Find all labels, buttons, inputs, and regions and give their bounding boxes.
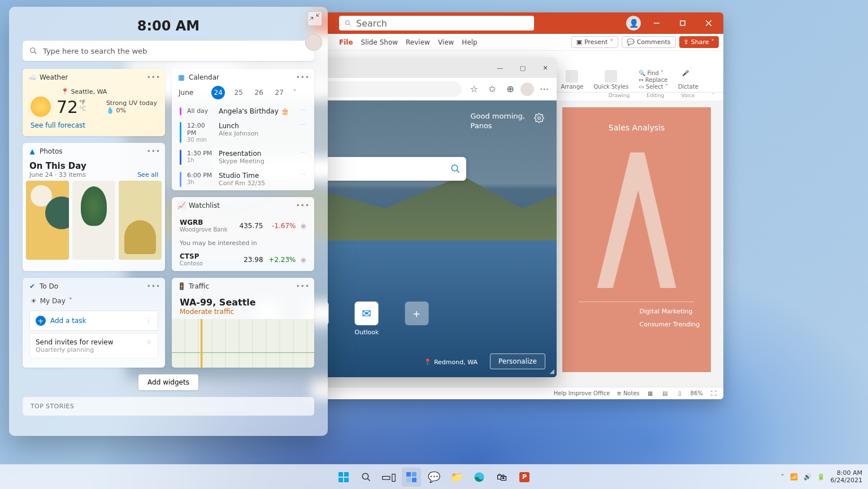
chevron-down-icon[interactable]: ˅ xyxy=(293,89,296,97)
reading-view-icon[interactable]: ▯ xyxy=(676,390,684,398)
event-more-icon[interactable]: ⋮ xyxy=(301,107,306,112)
maximize-button[interactable] xyxy=(672,12,693,34)
slide[interactable]: Sales Analysis Digital Marketing Consume… xyxy=(562,107,711,372)
widget-more-icon[interactable]: ••• xyxy=(296,282,310,290)
photo-thumbnail[interactable] xyxy=(26,181,69,260)
ribbon-tab-review[interactable]: Review xyxy=(406,38,430,46)
widgets-profile-avatar[interactable] xyxy=(305,34,322,51)
event-more-icon[interactable]: ⋮ xyxy=(301,172,306,177)
expand-widgets-icon[interactable] xyxy=(307,11,322,26)
normal-view-icon[interactable]: ▦ xyxy=(646,390,654,398)
widget-more-icon[interactable]: ••• xyxy=(147,147,160,155)
widget-more-icon[interactable]: ••• xyxy=(296,202,310,209)
ribbon-group-label-drawing: Drawing xyxy=(609,93,630,98)
wifi-icon[interactable]: 📶 xyxy=(790,473,798,481)
event-more-icon[interactable]: ⋮ xyxy=(301,150,306,155)
traffic-map[interactable] xyxy=(172,319,314,368)
read-aloud-icon[interactable]: ☆ xyxy=(466,81,482,97)
todo-item[interactable]: ☆ Send invites for review Quarterly plan… xyxy=(29,333,158,359)
edge-close-button[interactable]: ✕ xyxy=(534,58,557,78)
ribbon-tab-file[interactable]: File xyxy=(339,38,353,46)
volume-icon[interactable]: 🔊 xyxy=(804,473,811,481)
calendar-day[interactable]: 27 xyxy=(272,86,286,99)
edge-minimize-button[interactable]: — xyxy=(489,58,511,78)
calendar-date-strip: June 24 25 26 27 ˅ xyxy=(172,86,314,104)
personalize-button[interactable]: Personalize xyxy=(490,353,545,369)
resize-grip-icon[interactable]: ◢ xyxy=(550,368,554,375)
watchlist-widget[interactable]: 📈Watchlist ••• WGRBWoodgrove Bank 435.75… xyxy=(172,197,314,271)
collections-icon[interactable]: ⊕ xyxy=(502,81,518,97)
see-all-link[interactable]: See all xyxy=(137,171,158,178)
zoom-level[interactable]: 86% xyxy=(691,390,703,396)
see-forecast-link[interactable]: See full forecast xyxy=(31,117,157,130)
store-icon[interactable]: 🛍 xyxy=(492,468,511,487)
close-button[interactable] xyxy=(698,12,719,34)
powerpoint-search[interactable]: Search xyxy=(339,16,534,30)
ntp-location[interactable]: 📍 Redmond, WA xyxy=(424,359,478,366)
file-explorer-icon[interactable]: 📁 xyxy=(447,468,466,487)
calendar-event[interactable]: 6:00 PM3hStudio TimeConf Rm 32/35⋮ xyxy=(172,168,314,190)
calendar-day-selected[interactable]: 24 xyxy=(211,86,225,99)
ribbon-tab-slideshow[interactable]: Slide Show xyxy=(361,38,398,46)
widgets-icon[interactable] xyxy=(402,468,421,487)
ribbon-dictate[interactable]: 🎤Dictate xyxy=(678,70,698,90)
calendar-event[interactable]: All dayAngela's Birthday 🎂⋮ xyxy=(172,104,314,119)
ribbon-arrange[interactable]: Arrange xyxy=(561,70,584,90)
calendar-day[interactable]: 26 xyxy=(252,86,266,99)
favorites-icon[interactable]: ✩ xyxy=(484,81,500,97)
user-avatar[interactable]: 👤 xyxy=(626,16,641,30)
ribbon-find[interactable]: 🔍 Find ˅ xyxy=(639,70,663,76)
chat-icon[interactable]: 💬 xyxy=(424,468,444,487)
edge-menu-icon[interactable]: ⋯ xyxy=(536,81,552,97)
taskbar-clock[interactable]: 8:00 AM6/24/2021 xyxy=(831,470,862,483)
present-button[interactable]: ▣ Present ˅ xyxy=(571,36,618,48)
watchlist-row[interactable]: WGRBWoodgrove Bank 435.75 -1.67% ◉ xyxy=(172,214,314,237)
ntp-settings-icon[interactable] xyxy=(534,113,544,123)
comments-button[interactable]: 💬 Comments xyxy=(622,36,676,48)
edge-icon[interactable] xyxy=(470,468,489,487)
quick-link-add[interactable]: ＋ xyxy=(405,302,428,336)
my-day-dropdown[interactable]: ☀ My Day ˅ xyxy=(23,295,165,308)
task-view-icon[interactable]: ▭▯ xyxy=(379,468,398,487)
powerpoint-icon[interactable]: P xyxy=(515,468,534,487)
ribbon-select[interactable]: ▭ Select ˅ xyxy=(639,84,668,90)
notes-toggle[interactable]: ≣ Notes xyxy=(617,390,639,396)
event-more-icon[interactable]: ⋮ xyxy=(301,122,306,127)
ribbon-tab-view[interactable]: View xyxy=(438,38,454,46)
star-icon[interactable]: ☆ xyxy=(146,338,152,346)
share-button[interactable]: ⇪ Share ˅ xyxy=(679,36,719,48)
photos-widget[interactable]: ▲Photos ••• On This Day June 24 · 33 ite… xyxy=(23,143,165,271)
calendar-widget[interactable]: ▦Calendar ••• June 24 25 26 27 ˅ All day… xyxy=(172,69,314,190)
calendar-event[interactable]: 1:30 PM1hPresentationSkype Meeting⋮ xyxy=(172,146,314,168)
ribbon-tab-help[interactable]: Help xyxy=(462,38,477,46)
calendar-day[interactable]: 25 xyxy=(232,86,245,99)
traffic-widget[interactable]: 🚦Traffic ••• WA-99, Seattle Moderate tra… xyxy=(172,278,314,368)
ribbon-replace[interactable]: ↔ Replace xyxy=(639,77,667,83)
help-improve-link[interactable]: Help Improve Office xyxy=(554,390,610,396)
taskbar-search-icon[interactable] xyxy=(357,468,376,487)
battery-icon[interactable]: 🔋 xyxy=(817,473,825,481)
sorter-view-icon[interactable]: ▤ xyxy=(661,390,669,398)
fit-window-icon[interactable]: ⛶ xyxy=(710,390,718,398)
more-icon[interactable]: ⋮ xyxy=(145,317,152,325)
minimize-button[interactable] xyxy=(646,12,667,34)
widget-more-icon[interactable]: ••• xyxy=(147,282,160,290)
tray-chevron-icon[interactable]: ˄ xyxy=(781,473,784,481)
todo-widget[interactable]: ✔To Do ••• ☀ My Day ˅ +Add a task⋮ ☆ Sen… xyxy=(23,278,165,368)
ribbon-quick-styles[interactable]: Quick Styles xyxy=(593,70,628,90)
calendar-event[interactable]: 12:00 PM30 minLunchAlex Johnson⋮ xyxy=(172,119,314,146)
photo-thumbnail[interactable] xyxy=(119,181,162,260)
photo-thumbnail[interactable] xyxy=(72,181,115,260)
add-widgets-button[interactable]: Add widgets xyxy=(138,374,198,390)
quick-link-outlook[interactable]: ✉ Outlook xyxy=(355,302,379,336)
add-task-button[interactable]: +Add a task⋮ xyxy=(29,311,158,331)
ribbon-collapse-icon[interactable]: ˄ xyxy=(712,93,715,98)
widget-more-icon[interactable]: ••• xyxy=(296,73,310,81)
start-button[interactable] xyxy=(334,468,353,487)
weather-widget[interactable]: ☁️Weather ••• 📍 Seattle, WA 72 °F°C Stro… xyxy=(23,69,165,136)
watchlist-row[interactable]: CTSPContoso 23.98 +2.23% ◉ xyxy=(172,248,314,271)
widget-more-icon[interactable]: ••• xyxy=(147,73,160,81)
edge-maximize-button[interactable]: ▢ xyxy=(511,58,534,78)
edge-profile-avatar[interactable] xyxy=(520,82,534,96)
widgets-search[interactable]: Type here to search the web xyxy=(23,41,314,61)
